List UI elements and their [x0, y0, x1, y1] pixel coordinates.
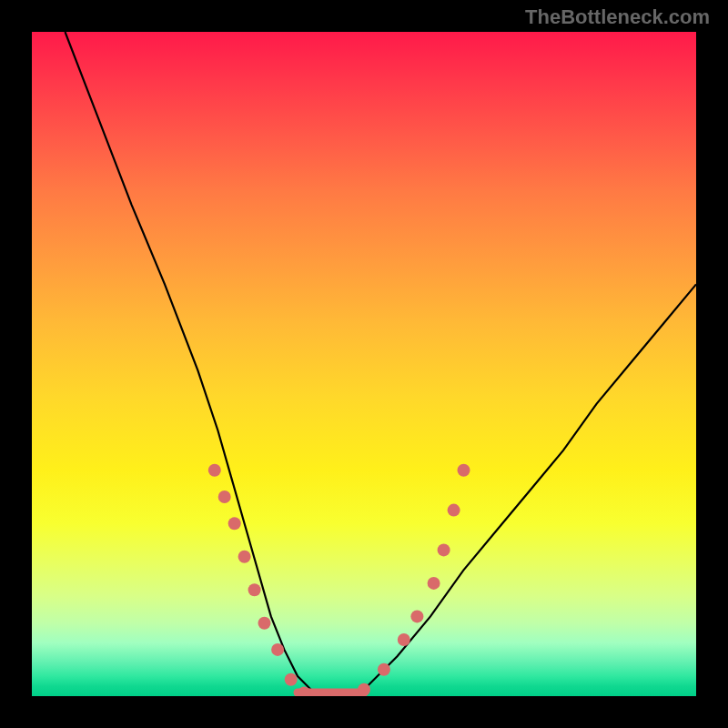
marker-dot	[448, 504, 460, 517]
marker-dot	[285, 673, 298, 686]
marker-dot	[238, 551, 251, 563]
watermark-text: TheBottleneck.com	[525, 5, 710, 29]
marker-dot	[218, 490, 231, 503]
curve-group	[66, 32, 697, 696]
marker-dot	[271, 643, 284, 656]
marker-dot	[208, 464, 221, 477]
marker-dot	[410, 610, 423, 622]
marker-dot	[458, 464, 470, 477]
marker-dot	[378, 663, 390, 676]
marker-dot	[358, 683, 370, 696]
curve-svg	[32, 32, 696, 696]
marker-dot	[228, 517, 241, 530]
bottleneck-curve	[66, 32, 697, 696]
marker-group	[208, 464, 470, 696]
marker-dot	[258, 617, 271, 630]
marker-dot	[248, 583, 261, 596]
marker-dot	[398, 633, 410, 646]
marker-dot	[438, 543, 450, 556]
plot-area	[32, 32, 696, 696]
marker-dot	[428, 577, 440, 590]
